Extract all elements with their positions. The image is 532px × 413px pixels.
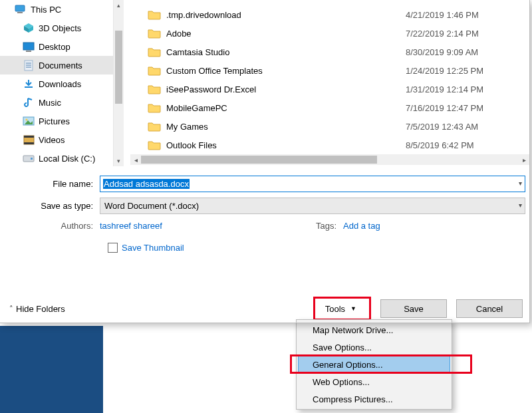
- scroll-right-icon[interactable]: ▸: [519, 154, 529, 165]
- menu-item-map-network-drive[interactable]: Map Network Drive...: [298, 321, 450, 339]
- download-icon: [23, 78, 35, 89]
- menu-item-general-options[interactable]: General Options...: [298, 356, 450, 373]
- file-row[interactable]: .tmp.drivedownload4/21/2019 1:46 PM: [148, 5, 532, 24]
- folder-icon: [148, 102, 161, 113]
- file-name: iSeePassword Dr.Excel: [161, 84, 406, 94]
- authors-value[interactable]: tashreef shareef: [100, 221, 253, 231]
- menu-item-save-options[interactable]: Save Options...: [298, 339, 450, 356]
- picture-icon: [23, 116, 35, 126]
- file-date: 1/24/2019 12:25 PM: [406, 66, 532, 76]
- tools-button[interactable]: Tools ▼: [316, 299, 368, 318]
- nav-item-label: Local Disk (C:): [39, 154, 95, 164]
- scroll-left-icon[interactable]: ◂: [130, 154, 141, 165]
- cube-icon: [23, 23, 35, 33]
- authors-label: Authors:: [7, 221, 100, 231]
- chevron-down-icon[interactable]: ▾: [519, 202, 522, 209]
- nav-item-music[interactable]: Music: [0, 93, 124, 112]
- file-name: My Games: [161, 122, 406, 132]
- svg-rect-6: [26, 51, 31, 52]
- chevron-down-icon[interactable]: ▾: [519, 180, 522, 187]
- file-name: Camtasia Studio: [161, 47, 406, 57]
- svg-rect-17: [24, 142, 34, 144]
- folder-icon: [148, 9, 161, 20]
- nav-item-desktop[interactable]: Desktop: [0, 37, 124, 56]
- scroll-up-icon[interactable]: ▴: [114, 0, 124, 11]
- file-date: 8/30/2019 9:09 AM: [406, 47, 532, 57]
- folder-icon: [148, 140, 161, 150]
- dropdown-arrow-icon: ▼: [350, 305, 356, 312]
- file-row[interactable]: iSeePassword Dr.Excel1/31/2019 12:14 PM: [148, 80, 532, 98]
- nav-item-label: Documents: [39, 61, 82, 70]
- svg-rect-16: [24, 136, 34, 138]
- save-form: File name: Addsad adsasda.docx ▾ Save as…: [0, 166, 532, 255]
- file-date: 4/21/2019 1:46 PM: [406, 10, 532, 20]
- save-as-type-label: Save as type:: [7, 201, 100, 211]
- chevron-up-icon: ˄: [9, 305, 13, 313]
- file-date: 1/31/2019 12:14 PM: [406, 84, 532, 94]
- cancel-button[interactable]: Cancel: [456, 299, 523, 318]
- svg-rect-1: [17, 12, 23, 13]
- horizontal-scrollbar[interactable]: ◂ ▸: [130, 154, 529, 165]
- file-row[interactable]: Custom Office Templates1/24/2019 12:25 P…: [148, 61, 532, 80]
- menu-item-compress-pictures[interactable]: Compress Pictures...: [298, 390, 450, 408]
- background-strip: [0, 326, 103, 413]
- nav-item-pictures[interactable]: Pictures: [0, 112, 124, 130]
- nav-item-local-disk-c[interactable]: Local Disk (C:): [0, 149, 124, 166]
- navigation-pane: This PC3D ObjectsDesktopDocumentsDownloa…: [0, 0, 124, 166]
- file-row[interactable]: Outlook Files8/5/2019 6:42 PM: [148, 136, 532, 154]
- nav-item-label: This PC: [31, 5, 61, 15]
- file-list: .tmp.drivedownload4/21/2019 1:46 PMAdobe…: [124, 0, 532, 166]
- svg-rect-0: [15, 5, 25, 11]
- nav-item-videos[interactable]: Videos: [0, 130, 124, 149]
- nav-item-downloads[interactable]: Downloads: [0, 74, 124, 93]
- svg-rect-11: [25, 86, 33, 88]
- svg-point-13: [26, 119, 28, 121]
- nav-item-label: 3D Objects: [39, 23, 81, 33]
- dialog-bottom-bar: ˄ Hide Folders Tools ▼ Save Cancel: [0, 293, 532, 325]
- file-date: 7/16/2019 12:47 PM: [406, 103, 532, 113]
- save-as-type-select[interactable]: Word Document (*.docx) ▾: [100, 198, 525, 214]
- scroll-down-icon[interactable]: ▾: [114, 156, 124, 166]
- hide-folders-label: Hide Folders: [16, 304, 65, 314]
- filename-value: Addsad adsasda.docx: [103, 179, 190, 189]
- nav-item-label: Downloads: [39, 79, 81, 89]
- nav-item-documents[interactable]: Documents: [0, 56, 124, 74]
- nav-item-this-pc[interactable]: This PC: [0, 0, 124, 19]
- file-name: Outlook Files: [161, 140, 406, 150]
- desktop-icon: [23, 41, 35, 52]
- file-row[interactable]: MobileGamePC7/16/2019 12:47 PM: [148, 98, 532, 117]
- svg-rect-19: [31, 158, 33, 160]
- pc-icon: [15, 4, 27, 15]
- hscroll-thumb[interactable]: [141, 156, 377, 164]
- nav-item-3d-objects[interactable]: 3D Objects: [0, 19, 124, 37]
- nav-item-label: Videos: [39, 135, 65, 145]
- disk-icon: [23, 153, 35, 164]
- folder-icon: [148, 121, 161, 132]
- file-row[interactable]: Camtasia Studio8/30/2019 9:09 AM: [148, 43, 532, 61]
- nav-scrollbar[interactable]: ▴ ▾: [113, 0, 124, 166]
- save-button[interactable]: Save: [380, 299, 447, 318]
- save-thumbnail-checkbox[interactable]: [108, 243, 118, 253]
- folder-icon: [148, 65, 161, 76]
- file-name: Custom Office Templates: [161, 66, 406, 76]
- menu-item-web-options[interactable]: Web Options...: [298, 373, 450, 390]
- music-icon: [23, 97, 35, 108]
- file-row[interactable]: My Games7/5/2019 12:43 AM: [148, 117, 532, 136]
- hide-folders-button[interactable]: ˄ Hide Folders: [9, 304, 65, 314]
- nav-item-label: Desktop: [39, 42, 70, 52]
- tags-value[interactable]: Add a tag: [343, 221, 496, 231]
- save-thumbnail-label: Save Thumbnail: [122, 243, 184, 253]
- file-name: .tmp.drivedownload: [161, 10, 406, 20]
- file-row[interactable]: Adobe7/22/2019 2:14 PM: [148, 24, 532, 43]
- doc-icon: [23, 60, 35, 70]
- save-as-type-value: Word Document (*.docx): [104, 201, 199, 211]
- folder-icon: [148, 28, 161, 39]
- filename-input[interactable]: Addsad adsasda.docx ▾: [100, 176, 525, 192]
- tags-label: Tags:: [306, 221, 343, 231]
- nav-item-label: Pictures: [39, 116, 70, 126]
- filename-label: File name:: [7, 179, 100, 189]
- file-date: 8/5/2019 6:42 PM: [406, 140, 532, 150]
- folder-icon: [148, 84, 161, 94]
- tools-label: Tools: [325, 304, 345, 314]
- scroll-thumb[interactable]: [115, 31, 122, 104]
